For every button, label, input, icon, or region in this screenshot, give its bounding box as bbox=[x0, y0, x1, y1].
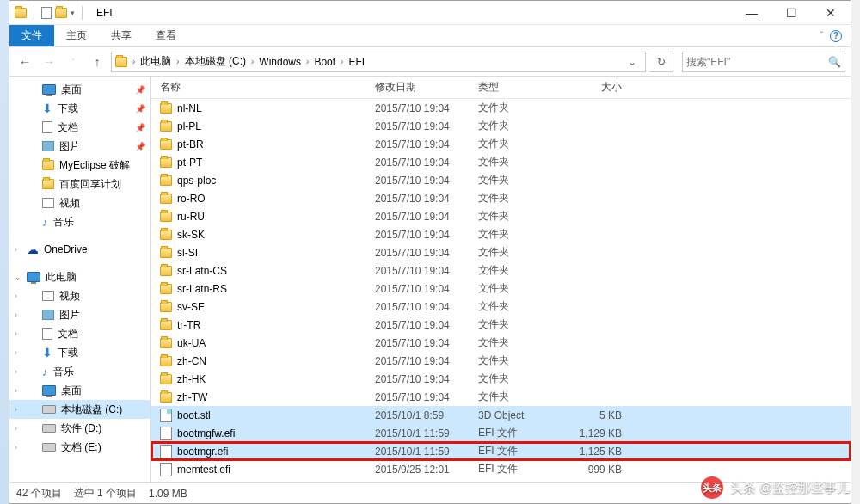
file-row[interactable]: ru-RU2015/7/10 19:04文件夹 bbox=[151, 207, 851, 225]
crumb-drive-c[interactable]: 本地磁盘 (C:) bbox=[181, 52, 249, 71]
status-size: 1.09 MB bbox=[149, 488, 187, 500]
column-type[interactable]: 类型 bbox=[478, 80, 568, 95]
breadcrumb-history-icon[interactable]: ⌄ bbox=[623, 56, 642, 68]
file-row[interactable]: zh-HK2015/7/10 19:04文件夹 bbox=[151, 370, 851, 388]
nav-item[interactable]: ›♪音乐 bbox=[9, 362, 150, 381]
watermark-text: 头条 @监控那些事儿 bbox=[730, 480, 850, 496]
qat-newfolder-icon[interactable] bbox=[55, 8, 67, 18]
ribbon: 文件 主页 共享 查看 ˇ ? bbox=[9, 25, 851, 47]
status-selected: 选中 1 个项目 bbox=[74, 486, 137, 501]
content-pane: 名称 修改日期 类型 大小 nl-NL2015/7/10 19:04文件夹pl-… bbox=[151, 77, 851, 482]
file-row[interactable]: sk-SK2015/7/10 19:04文件夹 bbox=[151, 225, 851, 243]
file-row[interactable]: nl-NL2015/7/10 19:04文件夹 bbox=[151, 99, 851, 117]
recent-locations-icon[interactable]: ˇ bbox=[63, 52, 83, 72]
chevron-right-icon[interactable]: › bbox=[175, 57, 181, 66]
nav-item[interactable]: ›⬇下载 bbox=[9, 343, 150, 362]
explorer-window: ▾ EFI — ☐ ✕ 文件 主页 共享 查看 ˇ ? ← → ˇ ↑ › 此电… bbox=[9, 0, 851, 504]
nav-item[interactable]: ›视频 bbox=[9, 286, 150, 305]
chevron-right-icon[interactable]: › bbox=[339, 57, 345, 66]
crumb-windows[interactable]: Windows bbox=[255, 52, 304, 71]
back-button[interactable]: ← bbox=[15, 52, 35, 72]
file-row[interactable]: pt-PT2015/7/10 19:04文件夹 bbox=[151, 153, 851, 171]
search-input[interactable] bbox=[686, 56, 828, 68]
nav-item[interactable]: ›图片 bbox=[9, 305, 150, 324]
chevron-right-icon[interactable]: › bbox=[249, 57, 255, 66]
column-date[interactable]: 修改日期 bbox=[375, 80, 478, 95]
window-title: EFI bbox=[96, 7, 113, 19]
file-row[interactable]: boot.stl2015/10/1 8:593D Object5 KB bbox=[151, 406, 851, 424]
nav-item[interactable]: 文档📌 bbox=[9, 118, 150, 137]
navigation-pane[interactable]: 桌面📌⬇下载📌文档📌图片📌MyEclipse 破解百度回享计划视频♪音乐›☁On… bbox=[9, 77, 151, 482]
file-row[interactable]: sl-SI2015/7/10 19:04文件夹 bbox=[151, 243, 851, 261]
qat-customize-icon[interactable]: ▾ bbox=[71, 9, 75, 17]
file-row[interactable]: ro-RO2015/7/10 19:04文件夹 bbox=[151, 189, 851, 207]
nav-item[interactable]: 图片📌 bbox=[9, 137, 150, 156]
file-row[interactable]: memtest.efi2015/9/25 12:01EFI 文件999 KB bbox=[151, 460, 851, 478]
nav-item[interactable]: ⬇下载📌 bbox=[9, 99, 150, 118]
crumb-boot[interactable]: Boot bbox=[310, 52, 339, 71]
tab-home[interactable]: 主页 bbox=[54, 25, 99, 46]
ribbon-collapse-icon[interactable]: ˇ bbox=[820, 31, 823, 40]
forward-button[interactable]: → bbox=[39, 52, 59, 72]
breadcrumb-icon bbox=[115, 57, 127, 67]
search-box[interactable]: 🔍 bbox=[682, 52, 845, 72]
tab-view[interactable]: 查看 bbox=[144, 25, 188, 46]
file-list[interactable]: nl-NL2015/7/10 19:04文件夹pl-PL2015/7/10 19… bbox=[151, 99, 851, 482]
file-row[interactable]: sr-Latn-CS2015/7/10 19:04文件夹 bbox=[151, 261, 851, 280]
file-row[interactable]: sv-SE2015/7/10 19:04文件夹 bbox=[151, 298, 851, 316]
nav-item[interactable]: ›文档 (E:) bbox=[9, 438, 150, 457]
nav-item[interactable]: ♪音乐 bbox=[9, 212, 150, 231]
search-icon[interactable]: 🔍 bbox=[828, 56, 841, 68]
file-row[interactable]: pl-PL2015/7/10 19:04文件夹 bbox=[151, 117, 851, 135]
nav-item[interactable]: 百度回享计划 bbox=[9, 175, 150, 194]
crumb-efi[interactable]: EFI bbox=[345, 52, 368, 71]
nav-thispc[interactable]: ⌄此电脑 bbox=[9, 267, 150, 286]
nav-item[interactable]: ›桌面 bbox=[9, 381, 150, 400]
pin-icon: 📌 bbox=[135, 142, 145, 151]
refresh-button[interactable]: ↻ bbox=[649, 52, 673, 72]
file-row[interactable]: zh-CN2015/7/10 19:04文件夹 bbox=[151, 352, 851, 370]
column-headers[interactable]: 名称 修改日期 类型 大小 bbox=[151, 77, 851, 99]
pin-icon: 📌 bbox=[135, 123, 145, 132]
nav-item[interactable]: 视频 bbox=[9, 194, 150, 212]
file-row[interactable]: uk-UA2015/7/10 19:04文件夹 bbox=[151, 334, 851, 352]
file-row[interactable]: bootmgr.efi2015/10/1 11:59EFI 文件1,125 KB bbox=[151, 442, 851, 460]
navigation-bar: ← → ˇ ↑ › 此电脑› 本地磁盘 (C:)› Windows› Boot›… bbox=[9, 47, 851, 77]
app-icon bbox=[15, 8, 27, 18]
close-button[interactable]: ✕ bbox=[811, 1, 851, 25]
nav-item[interactable]: ›本地磁盘 (C:) bbox=[9, 400, 150, 419]
pin-icon: 📌 bbox=[135, 104, 145, 114]
nav-item[interactable]: ›文档 bbox=[9, 324, 150, 343]
titlebar: ▾ EFI — ☐ ✕ bbox=[9, 1, 851, 25]
file-row[interactable]: bootmgfw.efi2015/10/1 11:59EFI 文件1,129 K… bbox=[151, 424, 851, 442]
chevron-right-icon[interactable]: › bbox=[131, 57, 137, 66]
watermark-logo-icon: 头条 bbox=[701, 476, 723, 499]
tab-share[interactable]: 共享 bbox=[99, 25, 144, 46]
minimize-button[interactable]: — bbox=[732, 1, 771, 25]
nav-item[interactable]: MyEclipse 破解 bbox=[9, 156, 150, 175]
qat-properties-icon[interactable] bbox=[41, 7, 52, 19]
file-row[interactable]: tr-TR2015/7/10 19:04文件夹 bbox=[151, 316, 851, 334]
pin-icon: 📌 bbox=[135, 85, 145, 95]
column-name[interactable]: 名称 bbox=[160, 80, 375, 95]
nav-onedrive[interactable]: ›☁OneDrive bbox=[9, 240, 150, 259]
file-row[interactable]: sr-Latn-RS2015/7/10 19:04文件夹 bbox=[151, 280, 851, 298]
column-size[interactable]: 大小 bbox=[568, 80, 637, 95]
up-button[interactable]: ↑ bbox=[87, 52, 108, 72]
file-row[interactable]: qps-ploc2015/7/10 19:04文件夹 bbox=[151, 171, 851, 189]
file-row[interactable]: pt-BR2015/7/10 19:04文件夹 bbox=[151, 135, 851, 153]
crumb-thispc[interactable]: 此电脑 bbox=[137, 52, 175, 71]
chevron-right-icon[interactable]: › bbox=[304, 57, 310, 66]
maximize-button[interactable]: ☐ bbox=[771, 1, 811, 25]
status-item-count: 42 个项目 bbox=[16, 486, 62, 501]
help-icon[interactable]: ? bbox=[830, 30, 842, 42]
file-row[interactable]: zh-TW2015/7/10 19:04文件夹 bbox=[151, 388, 851, 406]
file-tab[interactable]: 文件 bbox=[9, 25, 54, 46]
watermark: 头条 头条 @监控那些事儿 bbox=[701, 476, 850, 499]
nav-item[interactable]: 桌面📌 bbox=[9, 80, 150, 99]
breadcrumb[interactable]: › 此电脑› 本地磁盘 (C:)› Windows› Boot› EFI ⌄ bbox=[111, 52, 646, 72]
nav-item[interactable]: ›软件 (D:) bbox=[9, 419, 150, 438]
